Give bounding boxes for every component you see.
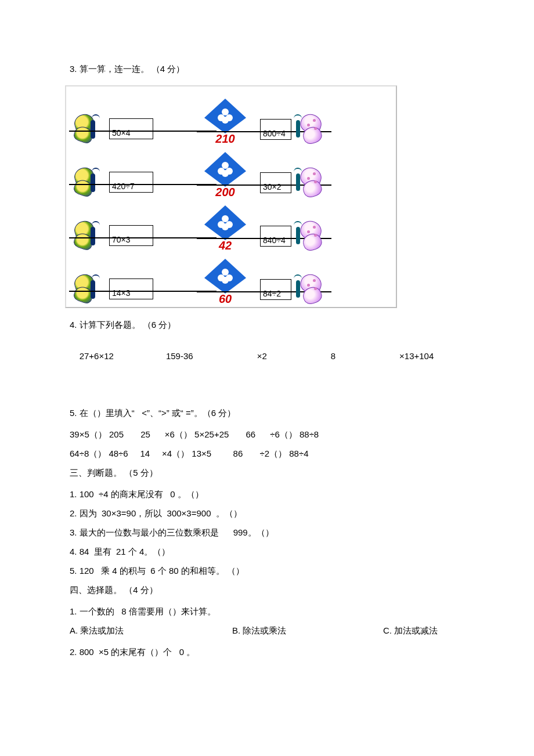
option-b: B. 除法或乘法 — [232, 625, 383, 636]
butterfly-right-icon — [289, 167, 322, 199]
butterfly-right-icon — [289, 113, 322, 146]
kite-number: 200 — [215, 186, 234, 199]
kite-icon — [204, 205, 246, 240]
q5-line1: 39×5（） 205 25 ×6（） 5×25+25 66 ÷6（） 88÷8 — [70, 429, 464, 440]
expr-text: 50×4 — [112, 128, 131, 138]
expr-text: 800÷4 — [263, 129, 286, 138]
kite-icon — [204, 152, 246, 187]
expr-box: 50×4 — [109, 118, 153, 139]
s4-q1: 1. 一个数的 8 倍需要用（）来计算。 — [70, 606, 464, 617]
s3-item: 5. 120 乘 4 的积与 6 个 80 的和相等。 （） — [70, 566, 464, 577]
s4-title: 四、选择题。 （4 分） — [70, 585, 464, 596]
q4-part: 27+6×12 — [80, 351, 114, 361]
butterfly-right-icon — [289, 220, 322, 252]
s3-item: 2. 因为 30×3=90，所以 300×3=900 。（） — [70, 508, 464, 519]
match-row: 14×3 60 84÷2 — [74, 252, 388, 306]
expr-box: 84÷2 — [260, 279, 291, 300]
butterfly-left-icon — [74, 219, 111, 252]
s3-item: 3. 最大的一位数与最小的三位数乘积是 999。（） — [70, 527, 464, 538]
expr-text: 420÷7 — [112, 182, 135, 191]
kite-icon — [204, 99, 246, 133]
expr-text: 30×2 — [263, 182, 282, 191]
q5-line2: 64÷8（） 48÷6 14 ×4（） 13×5 86 ÷2（） 88÷4 — [70, 448, 464, 460]
expr-box: 14×3 — [109, 278, 153, 299]
kite-number: 210 — [215, 132, 234, 146]
q4-expressions: 27+6×12159-36×28×13+104 — [0, 341, 464, 371]
q4-part: ×13+104 — [399, 351, 434, 361]
worksheet-page: 3. 算一算，连一连。 （4 分） 50×4 210 800÷4 420÷7 — [0, 0, 534, 756]
expr-text: 84÷2 — [263, 289, 281, 298]
match-row: 420÷7 200 30×2 — [74, 146, 388, 199]
match-row: 70×3 42 840÷4 — [74, 199, 388, 252]
expr-box: 70×3 — [109, 225, 153, 246]
q4-part: 8 — [331, 351, 335, 361]
q4-title: 4. 计算下列各题。 （6 分） — [70, 320, 464, 331]
s3-item: 1. 100 ÷4 的商末尾没有 0 。（） — [70, 489, 464, 500]
q3-title: 3. 算一算，连一连。 （4 分） — [70, 64, 464, 75]
s4-q2: 2. 800 ×5 的末尾有（）个 0 。 — [70, 647, 464, 658]
option-a: A. 乘法或加法 — [70, 625, 232, 636]
q4-part: 159-36 — [166, 351, 193, 361]
s3-title: 三、判断题。 （5 分） — [70, 468, 464, 479]
option-c: C. 加法或减法 — [383, 625, 438, 636]
match-row: 50×4 210 800÷4 — [74, 92, 388, 146]
q5-title: 5. 在（）里填入“ <”、“>” 或“ =”。（6 分） — [70, 408, 464, 419]
expr-box: 420÷7 — [109, 172, 153, 193]
kite-icon — [204, 259, 246, 294]
expr-box: 30×2 — [260, 172, 291, 193]
expr-text: 70×3 — [112, 235, 131, 244]
expr-box: 800÷4 — [260, 119, 291, 140]
butterfly-right-icon — [289, 273, 322, 306]
butterfly-left-icon — [74, 272, 111, 306]
expr-text: 840÷4 — [263, 236, 286, 245]
kite-number: 60 — [219, 292, 232, 306]
s4-q1-options: A. 乘法或加法 B. 除法或乘法 C. 加法或减法 — [70, 625, 464, 636]
expr-text: 14×3 — [112, 288, 131, 298]
kite-number: 42 — [219, 239, 232, 252]
butterfly-left-icon — [74, 165, 111, 199]
match-figure: 50×4 210 800÷4 420÷7 200 30×2 — [65, 85, 397, 308]
q4-part: ×2 — [257, 351, 267, 361]
s3-item: 4. 84 里有 21 个 4。（） — [70, 547, 464, 558]
butterfly-left-icon — [74, 112, 111, 146]
expr-box: 840÷4 — [260, 226, 291, 247]
